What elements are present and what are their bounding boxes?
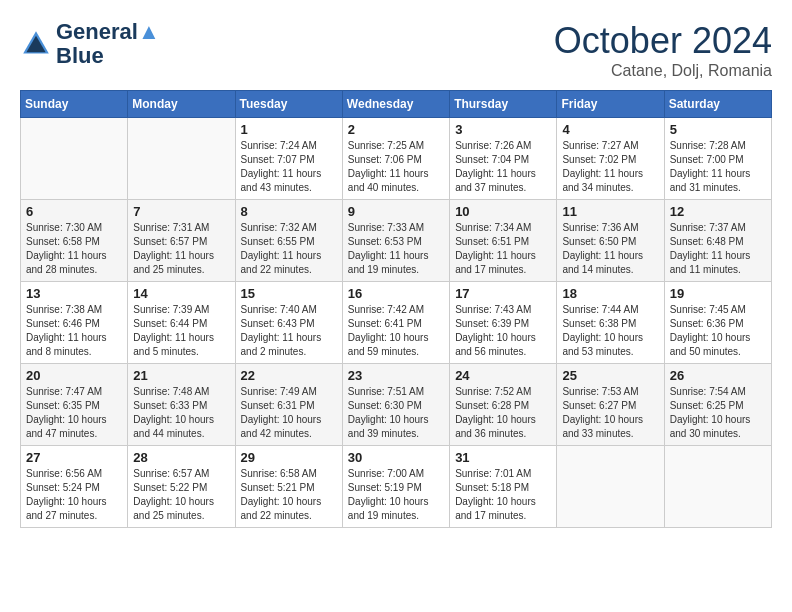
day-number: 13 <box>26 286 122 301</box>
calendar-cell: 20Sunrise: 7:47 AMSunset: 6:35 PMDayligh… <box>21 364 128 446</box>
calendar-week-row: 20Sunrise: 7:47 AMSunset: 6:35 PMDayligh… <box>21 364 772 446</box>
calendar-cell: 17Sunrise: 7:43 AMSunset: 6:39 PMDayligh… <box>450 282 557 364</box>
day-info: Sunrise: 7:40 AMSunset: 6:43 PMDaylight:… <box>241 303 337 359</box>
calendar-cell: 31Sunrise: 7:01 AMSunset: 5:18 PMDayligh… <box>450 446 557 528</box>
day-number: 28 <box>133 450 229 465</box>
day-number: 3 <box>455 122 551 137</box>
calendar-cell: 15Sunrise: 7:40 AMSunset: 6:43 PMDayligh… <box>235 282 342 364</box>
calendar-cell: 25Sunrise: 7:53 AMSunset: 6:27 PMDayligh… <box>557 364 664 446</box>
day-number: 22 <box>241 368 337 383</box>
calendar-cell: 29Sunrise: 6:58 AMSunset: 5:21 PMDayligh… <box>235 446 342 528</box>
day-info: Sunrise: 7:45 AMSunset: 6:36 PMDaylight:… <box>670 303 766 359</box>
calendar-cell: 16Sunrise: 7:42 AMSunset: 6:41 PMDayligh… <box>342 282 449 364</box>
day-number: 20 <box>26 368 122 383</box>
day-info: Sunrise: 7:25 AMSunset: 7:06 PMDaylight:… <box>348 139 444 195</box>
calendar-week-row: 1Sunrise: 7:24 AMSunset: 7:07 PMDaylight… <box>21 118 772 200</box>
page-header: General▲ Blue October 2024 Catane, Dolj,… <box>20 20 772 80</box>
calendar-cell: 4Sunrise: 7:27 AMSunset: 7:02 PMDaylight… <box>557 118 664 200</box>
day-number: 10 <box>455 204 551 219</box>
day-number: 11 <box>562 204 658 219</box>
day-number: 23 <box>348 368 444 383</box>
day-number: 17 <box>455 286 551 301</box>
weekday-header: Friday <box>557 91 664 118</box>
day-info: Sunrise: 7:26 AMSunset: 7:04 PMDaylight:… <box>455 139 551 195</box>
day-number: 5 <box>670 122 766 137</box>
calendar-cell <box>664 446 771 528</box>
day-number: 14 <box>133 286 229 301</box>
day-info: Sunrise: 7:48 AMSunset: 6:33 PMDaylight:… <box>133 385 229 441</box>
weekday-header: Tuesday <box>235 91 342 118</box>
logo: General▲ Blue <box>20 20 160 68</box>
day-number: 30 <box>348 450 444 465</box>
day-number: 15 <box>241 286 337 301</box>
calendar-cell <box>21 118 128 200</box>
day-number: 24 <box>455 368 551 383</box>
calendar-cell: 10Sunrise: 7:34 AMSunset: 6:51 PMDayligh… <box>450 200 557 282</box>
day-number: 16 <box>348 286 444 301</box>
day-number: 31 <box>455 450 551 465</box>
day-number: 29 <box>241 450 337 465</box>
calendar-cell: 18Sunrise: 7:44 AMSunset: 6:38 PMDayligh… <box>557 282 664 364</box>
calendar-cell: 9Sunrise: 7:33 AMSunset: 6:53 PMDaylight… <box>342 200 449 282</box>
day-number: 7 <box>133 204 229 219</box>
calendar-cell: 2Sunrise: 7:25 AMSunset: 7:06 PMDaylight… <box>342 118 449 200</box>
logo-icon <box>20 28 52 60</box>
calendar-cell: 8Sunrise: 7:32 AMSunset: 6:55 PMDaylight… <box>235 200 342 282</box>
month-title: October 2024 <box>554 20 772 62</box>
weekday-header: Wednesday <box>342 91 449 118</box>
location-subtitle: Catane, Dolj, Romania <box>554 62 772 80</box>
day-info: Sunrise: 7:34 AMSunset: 6:51 PMDaylight:… <box>455 221 551 277</box>
calendar-cell: 3Sunrise: 7:26 AMSunset: 7:04 PMDaylight… <box>450 118 557 200</box>
day-number: 9 <box>348 204 444 219</box>
calendar-cell <box>557 446 664 528</box>
day-number: 26 <box>670 368 766 383</box>
day-info: Sunrise: 7:32 AMSunset: 6:55 PMDaylight:… <box>241 221 337 277</box>
day-number: 1 <box>241 122 337 137</box>
day-number: 6 <box>26 204 122 219</box>
day-info: Sunrise: 7:44 AMSunset: 6:38 PMDaylight:… <box>562 303 658 359</box>
day-number: 4 <box>562 122 658 137</box>
weekday-header: Sunday <box>21 91 128 118</box>
day-number: 12 <box>670 204 766 219</box>
day-info: Sunrise: 7:54 AMSunset: 6:25 PMDaylight:… <box>670 385 766 441</box>
weekday-header-row: SundayMondayTuesdayWednesdayThursdayFrid… <box>21 91 772 118</box>
day-info: Sunrise: 6:57 AMSunset: 5:22 PMDaylight:… <box>133 467 229 523</box>
calendar-cell: 23Sunrise: 7:51 AMSunset: 6:30 PMDayligh… <box>342 364 449 446</box>
calendar-cell: 6Sunrise: 7:30 AMSunset: 6:58 PMDaylight… <box>21 200 128 282</box>
day-info: Sunrise: 7:52 AMSunset: 6:28 PMDaylight:… <box>455 385 551 441</box>
logo-text: General▲ Blue <box>56 20 160 68</box>
calendar-cell: 22Sunrise: 7:49 AMSunset: 6:31 PMDayligh… <box>235 364 342 446</box>
calendar-cell: 7Sunrise: 7:31 AMSunset: 6:57 PMDaylight… <box>128 200 235 282</box>
calendar-cell: 27Sunrise: 6:56 AMSunset: 5:24 PMDayligh… <box>21 446 128 528</box>
day-info: Sunrise: 6:56 AMSunset: 5:24 PMDaylight:… <box>26 467 122 523</box>
calendar-cell: 1Sunrise: 7:24 AMSunset: 7:07 PMDaylight… <box>235 118 342 200</box>
day-info: Sunrise: 7:28 AMSunset: 7:00 PMDaylight:… <box>670 139 766 195</box>
day-info: Sunrise: 7:47 AMSunset: 6:35 PMDaylight:… <box>26 385 122 441</box>
calendar-cell: 14Sunrise: 7:39 AMSunset: 6:44 PMDayligh… <box>128 282 235 364</box>
day-number: 21 <box>133 368 229 383</box>
calendar-cell: 11Sunrise: 7:36 AMSunset: 6:50 PMDayligh… <box>557 200 664 282</box>
day-info: Sunrise: 7:51 AMSunset: 6:30 PMDaylight:… <box>348 385 444 441</box>
day-number: 2 <box>348 122 444 137</box>
day-number: 25 <box>562 368 658 383</box>
calendar-week-row: 27Sunrise: 6:56 AMSunset: 5:24 PMDayligh… <box>21 446 772 528</box>
day-info: Sunrise: 7:36 AMSunset: 6:50 PMDaylight:… <box>562 221 658 277</box>
calendar-week-row: 6Sunrise: 7:30 AMSunset: 6:58 PMDaylight… <box>21 200 772 282</box>
calendar-cell: 26Sunrise: 7:54 AMSunset: 6:25 PMDayligh… <box>664 364 771 446</box>
weekday-header: Saturday <box>664 91 771 118</box>
calendar-cell <box>128 118 235 200</box>
day-info: Sunrise: 7:01 AMSunset: 5:18 PMDaylight:… <box>455 467 551 523</box>
weekday-header: Thursday <box>450 91 557 118</box>
day-info: Sunrise: 7:37 AMSunset: 6:48 PMDaylight:… <box>670 221 766 277</box>
calendar-week-row: 13Sunrise: 7:38 AMSunset: 6:46 PMDayligh… <box>21 282 772 364</box>
calendar-cell: 28Sunrise: 6:57 AMSunset: 5:22 PMDayligh… <box>128 446 235 528</box>
calendar-cell: 24Sunrise: 7:52 AMSunset: 6:28 PMDayligh… <box>450 364 557 446</box>
calendar-cell: 5Sunrise: 7:28 AMSunset: 7:00 PMDaylight… <box>664 118 771 200</box>
day-info: Sunrise: 7:49 AMSunset: 6:31 PMDaylight:… <box>241 385 337 441</box>
calendar-table: SundayMondayTuesdayWednesdayThursdayFrid… <box>20 90 772 528</box>
day-info: Sunrise: 7:38 AMSunset: 6:46 PMDaylight:… <box>26 303 122 359</box>
day-info: Sunrise: 6:58 AMSunset: 5:21 PMDaylight:… <box>241 467 337 523</box>
day-info: Sunrise: 7:30 AMSunset: 6:58 PMDaylight:… <box>26 221 122 277</box>
calendar-cell: 12Sunrise: 7:37 AMSunset: 6:48 PMDayligh… <box>664 200 771 282</box>
day-info: Sunrise: 7:53 AMSunset: 6:27 PMDaylight:… <box>562 385 658 441</box>
